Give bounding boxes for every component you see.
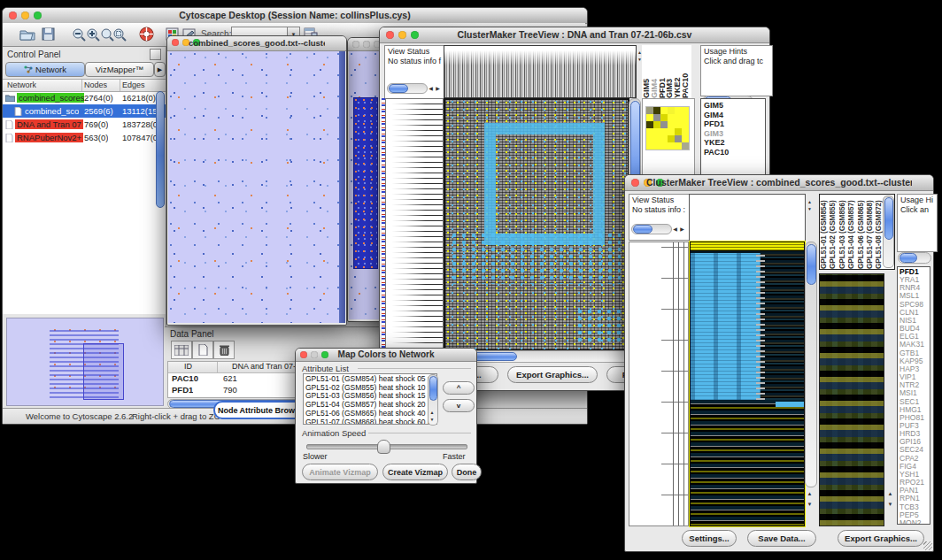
minimize-button[interactable]: [363, 41, 370, 48]
create-vizmap-label: Create Vizmap: [388, 468, 443, 477]
zoom-selected-icon[interactable]: [111, 26, 128, 42]
slider-thumb[interactable]: [377, 440, 390, 454]
table-row-selected[interactable]: combined_sco 2569(6) 13112(15): [3, 104, 166, 118]
scroll-thumb[interactable]: [884, 197, 893, 240]
heatmap-main[interactable]: [444, 98, 629, 351]
matrix-cell: [653, 135, 660, 142]
delete-attribute-icon[interactable]: [213, 341, 235, 359]
tab-network[interactable]: Network: [5, 62, 85, 77]
column-dendrogram[interactable]: [444, 45, 637, 98]
close-button[interactable]: [386, 31, 394, 39]
close-button[interactable]: [631, 179, 639, 187]
scroll-thumb[interactable]: [389, 84, 408, 93]
save-icon[interactable]: [39, 26, 57, 42]
open-file-icon[interactable]: [19, 26, 36, 42]
main-titlebar[interactable]: Cytoscape Desktop (Session Name: collins…: [3, 8, 587, 24]
scroll-up-arrow[interactable]: ▲: [806, 198, 814, 205]
scroll-thumb[interactable]: [429, 376, 437, 401]
resize-grip[interactable]: [923, 541, 932, 550]
tab-overflow-button[interactable]: ▶: [154, 62, 166, 77]
view-status-scrollbar[interactable]: [631, 224, 672, 234]
row-dendrogram[interactable]: [629, 242, 689, 526]
close-button[interactable]: [172, 39, 179, 46]
scroll-up-arrow[interactable]: ▲: [806, 490, 814, 497]
network-overview-panel[interactable]: [6, 318, 164, 406]
table-view-icon[interactable]: [171, 341, 192, 359]
scroll-down-arrow[interactable]: ▼: [806, 205, 814, 212]
table-row[interactable]: DNA and Tran 07 769(0) 183728(0): [3, 118, 166, 131]
float-panel-icon[interactable]: [150, 49, 161, 60]
scroll-thumb[interactable]: [900, 253, 917, 263]
table-row[interactable]: RNAPuberNov2+ 563(0) 107847(0): [3, 131, 166, 144]
row-label[interactable]: GIM5: [704, 101, 765, 111]
node-attribute-browser-button[interactable]: Node Attribute Brows: [213, 401, 304, 419]
settings-button[interactable]: Settings...: [682, 530, 737, 547]
column-edges[interactable]: Edges: [122, 81, 145, 89]
node-attribute-browser-label: Node Attribute Brows: [218, 406, 299, 415]
row-label[interactable]: GIM3: [704, 129, 765, 139]
table-row[interactable]: combined_scores 2764(0) 16218(0): [3, 91, 166, 104]
close-button[interactable]: [9, 12, 17, 19]
overview-selection-rect[interactable]: [83, 343, 124, 400]
row-dendrogram[interactable]: [385, 98, 444, 349]
heatmap-zoom[interactable]: [819, 273, 884, 526]
save-data-button[interactable]: Save Data...: [747, 530, 816, 547]
column-id[interactable]: ID: [184, 362, 192, 371]
export-graphics-button[interactable]: Export Graphics...: [507, 366, 598, 383]
close-button[interactable]: [352, 41, 359, 48]
view-status-scrollbar[interactable]: [387, 83, 428, 94]
done-button[interactable]: Done: [452, 464, 482, 480]
treeview2-title: ClusterMaker TreeView : combined_scores_…: [646, 177, 912, 188]
matrix-cell: [653, 128, 660, 135]
scroll-thumb[interactable]: [807, 244, 816, 285]
new-attribute-icon[interactable]: [192, 341, 213, 359]
export-graphics-button[interactable]: Export Graphics...: [838, 530, 924, 547]
column-nodes[interactable]: Nodes: [84, 81, 107, 89]
row-value: 621: [223, 373, 237, 383]
similarity-matrix[interactable]: [645, 106, 690, 150]
close-button[interactable]: [300, 351, 307, 358]
treeview2-titlebar[interactable]: ClusterMaker TreeView : combined_scores_…: [625, 175, 933, 191]
network-canvas[interactable]: [168, 51, 339, 323]
column-network[interactable]: Network: [7, 81, 36, 89]
scroll-right-arrow[interactable]: ▶: [434, 85, 442, 92]
move-down-button[interactable]: v: [443, 399, 475, 412]
row-label[interactable]: PAC10: [704, 148, 765, 157]
scroll-right-arrow[interactable]: ▶: [678, 226, 686, 233]
matrix-cell: [682, 114, 689, 121]
attribute-list-label: Attribute List: [302, 364, 349, 373]
tab-vizmapper[interactable]: VizMapper™: [85, 62, 154, 77]
heatmap-main[interactable]: [690, 242, 805, 526]
network-edges: 183728(0): [122, 119, 160, 129]
row-label[interactable]: GIM4: [704, 111, 765, 120]
help-lifebuoy-icon[interactable]: [137, 26, 155, 42]
network-list-scrollbar[interactable]: [156, 91, 165, 208]
status-welcome: Welcome to Cytoscape 2.6.2: [26, 411, 133, 421]
tab-overflow-arrow: ▶: [158, 66, 162, 73]
scroll-up-arrow[interactable]: ▲: [886, 490, 894, 497]
heatmap-vscrollbar[interactable]: [805, 242, 817, 487]
scroll-down-arrow[interactable]: ▼: [429, 416, 436, 423]
column-label: GPL51-07 (GSM868): [866, 196, 875, 269]
scroll-down-arrow[interactable]: ▼: [806, 501, 814, 508]
create-vizmap-button[interactable]: Create Vizmap: [382, 464, 448, 480]
attribute-item[interactable]: GPL51-07 (GSM868) heat shock 60 min: [305, 418, 435, 425]
usage-hints-scrollbar[interactable]: [898, 252, 931, 264]
move-up-button[interactable]: ^: [443, 381, 475, 395]
matrix-cell: [675, 114, 682, 121]
matrix-cell: [675, 128, 682, 135]
row-label[interactable]: YKE2: [704, 138, 765, 148]
network-vscrollbar[interactable]: [339, 51, 345, 323]
dialog-titlebar[interactable]: Map Colors to Network: [296, 349, 476, 362]
scroll-down-arrow[interactable]: ▼: [886, 501, 894, 508]
treeview1-titlebar[interactable]: ClusterMaker TreeView : DNA and Tran 07-…: [380, 27, 769, 43]
network-window-titlebar[interactable]: combined_scores_good.txt--cluste...: [167, 36, 346, 51]
treeview2-window: ClusterMaker TreeView : combined_scores_…: [624, 174, 934, 552]
row-label[interactable]: PFD1: [704, 119, 765, 129]
scroll-thumb[interactable]: [633, 225, 652, 234]
gene-label[interactable]: MON2: [900, 519, 930, 525]
animate-vizmap-button[interactable]: Animate Vizmap: [302, 464, 378, 480]
column-labels-scrollbar[interactable]: [883, 196, 894, 268]
network-nodes: 769(0): [84, 119, 108, 129]
scroll-up-arrow[interactable]: ▲: [429, 409, 436, 416]
